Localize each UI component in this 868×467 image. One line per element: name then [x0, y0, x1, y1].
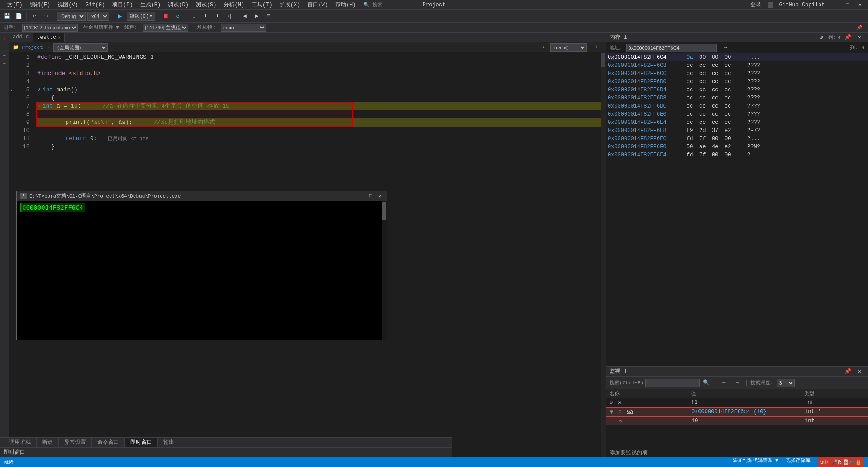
maximize-button[interactable]: □ [844, 2, 852, 8]
code-9-indent [37, 118, 65, 127]
step-into-button[interactable]: ⬇ [200, 11, 210, 21]
select-repo[interactable]: 选择存储库 [786, 457, 811, 467]
tab-test-c[interactable]: test.c ✕ [33, 33, 65, 42]
watch-search-input[interactable] [645, 379, 700, 387]
menu-build[interactable]: 生成(B) [137, 0, 165, 9]
debug-config-select[interactable]: Debug [57, 12, 86, 21]
tab-breakpoints[interactable]: 断点 [37, 438, 59, 448]
depth-select[interactable]: 3 [777, 379, 795, 387]
console-scrollbar-thumb[interactable] [382, 202, 386, 220]
stack-select[interactable]: main [221, 24, 266, 32]
memory-col-label: 列: [828, 34, 836, 41]
code-7-semi: ; [78, 102, 103, 110]
stop-button[interactable]: ⏹ [161, 11, 171, 21]
tab-test-c-close[interactable]: ✕ [58, 35, 61, 40]
editor-expand-button[interactable]: + [592, 42, 602, 52]
bookmark-next[interactable]: ▶ [252, 11, 262, 21]
menu-tools[interactable]: 工具(T) [248, 0, 276, 9]
run-to-cursor-button[interactable]: →| [224, 11, 234, 21]
address-go-button[interactable]: → [720, 43, 730, 53]
tab-output[interactable]: 输出 [158, 438, 180, 448]
menu-view[interactable]: 视图(V) [54, 0, 82, 9]
console-close-button[interactable]: ✕ [376, 193, 383, 199]
add-to-vcs[interactable]: 添加到源代码管理 ▼ [733, 457, 778, 467]
input-method-icon[interactable]: S中·🎤图🀄🎮🔒 [818, 457, 864, 467]
redo-button[interactable]: ↪ [41, 11, 51, 21]
line-num-11: 11 [15, 135, 29, 143]
toolbar-sep-1 [26, 12, 27, 20]
watch-pin-button[interactable]: 📌 [843, 367, 853, 377]
mem-bytes-9: f9 2d 37 e2 [687, 127, 745, 134]
memory-panel-header: 内存 1 ↺ 列: 4 📌 ✕ [606, 33, 868, 42]
mb-12-2: 00 [712, 152, 721, 158]
scope-select[interactable]: (全局范围) [53, 43, 108, 52]
console-maximize-button[interactable]: □ [367, 193, 374, 199]
function-select[interactable]: main() [550, 43, 587, 52]
tab-call-stack[interactable]: 调用堆栈 [9, 438, 37, 448]
minimize-button[interactable]: — [831, 2, 839, 8]
new-file-button[interactable]: 📄 [14, 11, 24, 21]
github-copilot-button[interactable]: GitHub Copilot [777, 2, 828, 8]
editor-gutter: ▸ [9, 52, 15, 457]
search-icon[interactable]: 🔍 [701, 378, 711, 388]
step-out-button[interactable]: ⬆ [212, 11, 222, 21]
watch-arrow-left[interactable]: ← [719, 378, 729, 388]
console-scrollbar[interactable] [382, 201, 387, 340]
code-line-3: #include <stdio.h> [37, 70, 601, 78]
tab-command[interactable]: 命令窗口 [92, 438, 125, 448]
watch-expand-icon[interactable]: ▼ [610, 409, 613, 415]
bookmark-menu[interactable]: ≡ [263, 11, 273, 21]
thread-select[interactable]: [141740] 主线程 [143, 24, 188, 32]
tab-add-c[interactable]: add.c [9, 33, 33, 42]
memory-close-button[interactable]: ✕ [854, 33, 864, 42]
memory-refresh-button[interactable]: ↺ [816, 33, 826, 42]
menu-file[interactable]: 文(F) [4, 0, 26, 9]
bookmark-prev[interactable]: ◀ [240, 11, 250, 21]
search-box[interactable]: 🔍 搜索 [360, 0, 386, 9]
mem-bytes-3: cc cc cc cc [687, 79, 745, 85]
restart-button[interactable]: ↺ [173, 11, 183, 21]
mb-2-2: cc [712, 71, 721, 77]
menu-project[interactable]: 项目(P) [109, 0, 137, 9]
console-minimize-button[interactable]: — [358, 193, 365, 199]
continue-button[interactable]: ▶ [115, 11, 125, 21]
address-input[interactable] [626, 44, 717, 52]
menu-edit[interactable]: 编辑(E) [26, 0, 54, 9]
menu-git[interactable]: Git(G) [82, 1, 109, 9]
mem-bytes-4: cc cc cc cc [687, 87, 745, 93]
tab-immediate[interactable]: 即时窗口 [125, 438, 158, 448]
menu-debug[interactable]: 调试(D) [164, 0, 192, 9]
mem-chars-0: .... [747, 54, 760, 61]
memory-pin-button[interactable]: 📌 [843, 33, 853, 42]
watch-type-amp-a: int * [805, 409, 821, 415]
platform-select[interactable]: x64 [87, 12, 109, 21]
tab-exception[interactable]: 异常设置 [59, 438, 92, 448]
continue-dropdown[interactable]: 继续(C) ▼ [127, 12, 155, 21]
console-body: 00000014F82FF6C4 _ [17, 201, 387, 340]
menu-window[interactable]: 窗口(W) [304, 0, 332, 9]
mb-12-1: 7f [699, 152, 708, 158]
menu-analyze[interactable]: 分析(N) [220, 0, 248, 9]
code-11-return: return [65, 135, 86, 143]
watch-close-button[interactable]: ✕ [854, 367, 864, 377]
watch-arrow-right[interactable]: → [733, 378, 743, 388]
watch-a-label: a [618, 400, 621, 406]
add-watch-item[interactable]: 添加要监视的项 [606, 448, 868, 457]
console-app-icon: E [20, 193, 27, 199]
mem-row-6: 0x00000014F82FF6DC cc cc cc cc ???? [606, 102, 868, 110]
sidebar-breakpoint-icon[interactable]: ● [1, 34, 8, 42]
editor-scrollbar[interactable] [601, 52, 606, 457]
undo-button[interactable]: ↩ [29, 11, 39, 21]
login-button[interactable]: 登录 [748, 1, 764, 9]
save-button[interactable]: 💾 [2, 11, 12, 21]
mb-1-0: cc [687, 62, 696, 69]
process-select[interactable]: [142812] Project.exe [22, 24, 78, 32]
editor-scrollbar-thumb[interactable] [601, 53, 605, 67]
debug-toolbar-pin[interactable]: 📌 [854, 23, 864, 33]
menu-extensions[interactable]: 扩展(X) [276, 0, 304, 9]
mb-11-0: 50 [687, 144, 696, 150]
menu-help[interactable]: 帮助(H) [332, 0, 360, 9]
close-button[interactable]: ✕ [856, 1, 864, 8]
menu-test[interactable]: 测试(S) [192, 0, 220, 9]
step-over-button[interactable]: ⤵ [189, 11, 199, 21]
